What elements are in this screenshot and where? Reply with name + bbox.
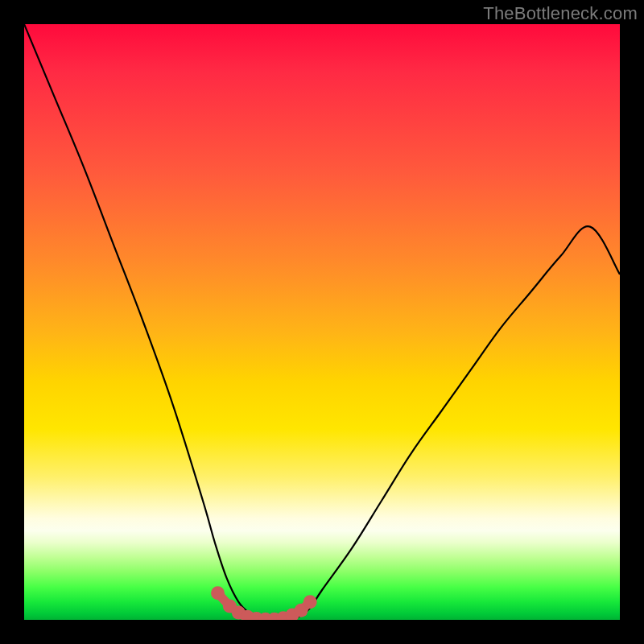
watermark-text: TheBottleneck.com [483, 3, 638, 24]
chart-frame: TheBottleneck.com [0, 0, 644, 644]
bottleneck-curve [24, 24, 620, 620]
plot-area [24, 24, 620, 620]
curve-layer [24, 24, 620, 620]
valley-marker [303, 595, 317, 609]
valley-marker [211, 586, 225, 600]
valley-markers [211, 586, 317, 620]
